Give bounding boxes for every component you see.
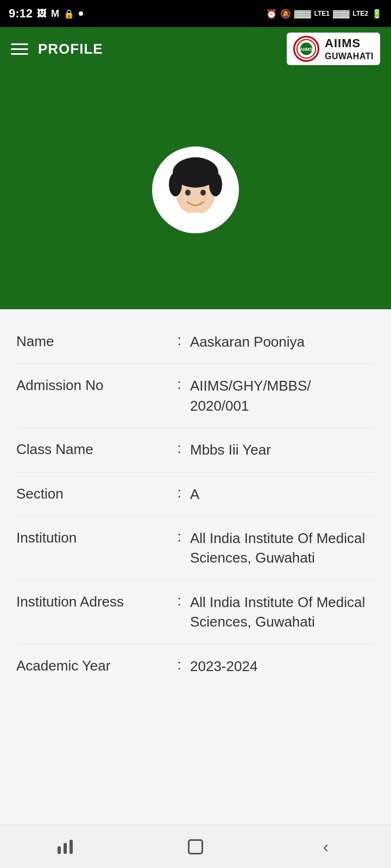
recent-nav-button[interactable]: ‹ — [310, 836, 342, 858]
class-colon: : — [168, 440, 190, 457]
section-row: Section : A — [16, 473, 375, 516]
institution-address-colon: : — [168, 592, 190, 609]
svg-text:AIIMS: AIIMS — [300, 47, 313, 52]
institution-address-value: All India Institute Of Medical Sciences,… — [190, 592, 375, 632]
institution-address-label: Institution Adress — [16, 592, 168, 610]
app-bar-left: PROFILE — [11, 41, 103, 58]
svg-point-12 — [200, 190, 206, 196]
class-value: Mbbs Iii Year — [190, 440, 375, 459]
institution-label: Institution — [16, 528, 168, 546]
battery-icon: 🔋 — [371, 9, 382, 19]
institution-value: All India Institute Of Medical Sciences,… — [190, 528, 375, 568]
logo-guwahati: GUWAHATI — [325, 51, 374, 61]
square-icon — [188, 839, 203, 854]
svg-point-11 — [185, 190, 191, 196]
class-label: Class Name — [16, 440, 168, 458]
academic-year-value: 2023-2024 — [190, 656, 375, 676]
section-colon: : — [168, 484, 190, 501]
institution-address-row: Institution Adress : All India Institute… — [16, 580, 375, 644]
hamburger-menu-button[interactable] — [11, 43, 28, 55]
profile-info: Name : Aaskaran Pooniya Admission No : A… — [0, 309, 391, 767]
lines-icon — [58, 840, 73, 854]
status-right: ⏰ 🔕 ▓▓▓ LTE1 ▓▓▓ LTE2 🔋 — [266, 9, 382, 19]
avatar — [152, 146, 239, 233]
institution-row: Institution : All India Institute Of Med… — [16, 516, 375, 580]
status-time: 9:12 — [9, 7, 33, 21]
bottom-nav: ‹ — [0, 825, 391, 868]
name-row: Name : Aaskaran Pooniya — [16, 320, 375, 364]
profile-hero — [0, 71, 391, 309]
lock-icon: 🔒 — [64, 9, 74, 19]
admission-colon: : — [168, 376, 190, 393]
class-row: Class Name : Mbbs Iii Year — [16, 428, 375, 472]
logo-aiims: AIIMS — [325, 36, 374, 50]
academic-year-row: Academic Year : 2023-2024 — [16, 644, 375, 688]
section-value: A — [190, 484, 375, 504]
app-bar-title: PROFILE — [38, 41, 103, 58]
logo-emblem: AIIMS — [293, 36, 319, 62]
back-arrow-icon: ‹ — [323, 839, 329, 855]
name-value: Aaskaran Pooniya — [190, 332, 375, 352]
back-nav-button[interactable] — [49, 836, 81, 858]
signal-lte-label-1: LTE1 — [314, 10, 329, 17]
logo-text-block: AIIMS GUWAHATI — [325, 36, 374, 61]
m-icon: M — [51, 8, 59, 20]
mute-icon: 🔕 — [280, 9, 291, 19]
admission-row: Admission No : AIIMS/GHY/MBBS/2020/001 — [16, 364, 375, 428]
svg-point-7 — [169, 173, 182, 196]
signal-icon-2: ▓▓▓ — [333, 9, 350, 18]
signal-lte-label-2: LTE2 — [353, 10, 368, 17]
academic-year-label: Academic Year — [16, 656, 168, 674]
app-bar: PROFILE AIIMS AIIMS GUWAHATI — [0, 27, 391, 71]
dot-indicator — [79, 11, 83, 16]
aiims-logo: AIIMS AIIMS GUWAHATI — [287, 33, 380, 65]
status-bar: 9:12 🖼 M 🔒 ⏰ 🔕 ▓▓▓ LTE1 ▓▓▓ LTE2 🔋 — [0, 0, 391, 27]
academic-year-colon: : — [168, 656, 190, 673]
admission-value: AIIMS/GHY/MBBS/2020/001 — [190, 376, 375, 416]
signal-icon-1: ▓▓▓ — [294, 9, 311, 18]
name-label: Name — [16, 332, 168, 350]
home-nav-button[interactable] — [179, 836, 212, 858]
alarm-icon: ⏰ — [266, 9, 277, 19]
svg-point-8 — [209, 173, 222, 196]
institution-colon: : — [168, 528, 190, 545]
name-colon: : — [168, 332, 190, 349]
admission-label: Admission No — [16, 376, 168, 394]
status-left: 9:12 🖼 M 🔒 — [9, 7, 83, 21]
photo-icon: 🖼 — [37, 8, 47, 20]
section-label: Section — [16, 484, 168, 502]
